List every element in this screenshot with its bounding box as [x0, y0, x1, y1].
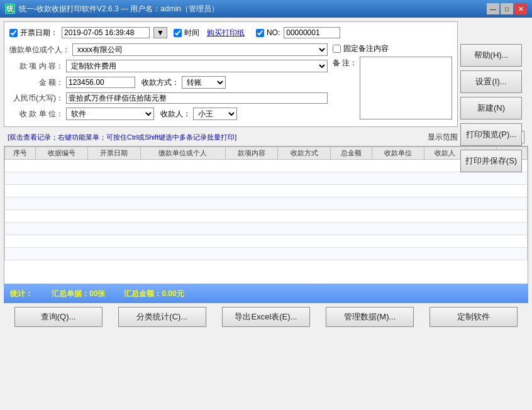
custom-software-button[interactable]: 定制软件	[429, 307, 518, 327]
chinese-amount-label: 人民币(大写)：	[9, 93, 66, 104]
receiver-select[interactable]: 小王	[193, 108, 237, 120]
main-content: 帮助(H)... 设置(I)... 新建(N) 打印预览(P)... 打印并保存…	[0, 18, 532, 410]
chinese-amount-input[interactable]	[66, 92, 328, 104]
app-icon: 统	[5, 4, 15, 14]
payer-select[interactable]: xxxx有限公司	[72, 43, 328, 56]
fixed-note-checkbox[interactable]	[333, 45, 341, 53]
no-checkbox-group[interactable]: NO:	[256, 28, 280, 37]
col-item: 款项内容	[225, 147, 277, 160]
range-label: 显示范围：	[428, 132, 465, 143]
note-row: 备 注：	[333, 57, 452, 119]
col-payer: 缴款单位或个人	[140, 147, 225, 160]
form-left: 缴款单位或个人： xxxx有限公司 款 项 内 容： 定制软件费用	[9, 43, 328, 124]
amount-label: 金 额：	[9, 77, 66, 88]
note-label: 备 注：	[333, 58, 357, 69]
time-checkbox-group[interactable]: 时间	[174, 28, 199, 38]
no-label: NO:	[267, 28, 280, 37]
info-bar: [双击查看记录；右键功能菜单；可按住Ctrl或Shift键选中多条记录批量打印]…	[4, 130, 528, 145]
table-wrapper: 序号 收据编号 开票日期 缴款单位或个人 款项内容 收款方式 总金额 收款单位 …	[4, 146, 528, 284]
empty-row-1	[5, 160, 528, 172]
close-button[interactable]: ✕	[514, 3, 527, 14]
item-row: 款 项 内 容： 定制软件费用	[9, 60, 328, 72]
classify-button[interactable]: 分类统计(C)...	[118, 307, 206, 327]
receiver-row: 收 款 单 位： 软件 收款人： 小王	[9, 108, 328, 120]
side-buttons-panel: 帮助(H)... 设置(I)... 新建(N) 打印预览(P)... 打印并保存…	[460, 44, 523, 172]
table-section: 序号 收据编号 开票日期 缴款单位或个人 款项内容 收款方式 总金额 收款单位 …	[4, 146, 528, 410]
empty-row-2	[5, 172, 528, 185]
payer-label: 缴款单位或个人：	[9, 45, 72, 55]
receiver-label: 收款人：	[160, 109, 191, 119]
window-title: 统一-收款收据打印软件V2.6.3 --- 用户名：admin（管理员）	[19, 4, 487, 14]
col-amount: 总金额	[330, 147, 372, 160]
no-checkbox[interactable]	[256, 29, 264, 37]
date-row: 开票日期： 2019-07-05 16:39:48 ▼ 时间 购买打印纸 NO:…	[9, 27, 452, 38]
hint-text: [双击查看记录；右键功能菜单；可按住Ctrl或Shift键选中多条记录批量打印]	[8, 133, 236, 142]
summary-label: 统计：	[10, 289, 33, 299]
table-body	[5, 160, 528, 260]
time-checkbox[interactable]	[174, 29, 182, 37]
receiver-unit-label: 收 款 单 位：	[9, 109, 66, 119]
open-date-checkbox-group[interactable]: 开票日期：	[9, 28, 58, 38]
content-layout: 帮助(H)... 设置(I)... 新建(N) 打印预览(P)... 打印并保存…	[4, 21, 528, 410]
fixed-note-row: 固定备注内容	[333, 43, 452, 54]
empty-row-6	[5, 223, 528, 235]
receiver-unit-select[interactable]: 软件	[66, 108, 154, 120]
open-date-checkbox[interactable]	[9, 29, 18, 37]
manage-data-button[interactable]: 管理数据(M)...	[326, 307, 414, 327]
summary-item1: 汇总单据：00张	[52, 289, 105, 299]
svg-text:统: 统	[6, 4, 14, 13]
empty-row-8	[5, 248, 528, 260]
query-button[interactable]: 查询(Q)...	[14, 307, 103, 327]
new-record-button[interactable]: 新建(N)	[460, 97, 522, 119]
summary-item2: 汇总金额：0.00元	[124, 289, 184, 299]
empty-row-5	[5, 210, 528, 223]
print-paper-link[interactable]: 购买打印纸	[207, 28, 245, 38]
dropdown-arrow[interactable]: ▼	[153, 27, 167, 38]
col-receiver: 收款人	[424, 147, 466, 160]
print-save-button[interactable]: 打印并保存(S)	[460, 150, 522, 172]
col-unit: 收款单位	[372, 147, 424, 160]
empty-row-3	[5, 185, 528, 197]
table-header: 序号 收据编号 开票日期 缴款单位或个人 款项内容 收款方式 总金额 收款单位 …	[5, 147, 528, 160]
form-right: 固定备注内容 备 注：	[333, 43, 452, 124]
chinese-amount-row: 人民币(大写)：	[9, 92, 328, 104]
open-date-label: 开票日期：	[20, 28, 58, 38]
fixed-note-label: 固定备注内容	[343, 43, 389, 54]
col-date: 开票日期	[88, 147, 140, 160]
date-input[interactable]: 2019-07-05 16:39:48	[62, 27, 150, 38]
col-seq: 序号	[5, 147, 36, 160]
maximize-button[interactable]: □	[501, 3, 513, 14]
payer-row: 缴款单位或个人： xxxx有限公司	[9, 43, 328, 56]
note-textarea[interactable]	[360, 57, 452, 119]
help-button[interactable]: 帮助(H)...	[460, 44, 522, 67]
time-label: 时间	[184, 28, 199, 38]
empty-row-7	[5, 235, 528, 248]
amount-row: 金 额： 收款方式： 转账 现金 支票 汇款	[9, 76, 328, 89]
bottom-buttons: 查询(Q)... 分类统计(C)... 导出Excel表(E)... 管理数据(…	[4, 303, 528, 331]
title-bar: 统 统一-收款收据打印软件V2.6.3 --- 用户名：admin（管理员） —…	[0, 0, 532, 18]
amount-input[interactable]	[66, 77, 135, 88]
col-receipt-no: 收据编号	[35, 147, 87, 160]
form-section: 开票日期： 2019-07-05 16:39:48 ▼ 时间 购买打印纸 NO:…	[4, 21, 458, 127]
no-input[interactable]: 00000001	[284, 27, 340, 38]
window-controls: — □ ✕	[487, 3, 527, 14]
print-preview-button[interactable]: 打印预览(P)...	[460, 123, 522, 146]
item-select[interactable]: 定制软件费用	[66, 60, 328, 72]
export-excel-button[interactable]: 导出Excel表(E)...	[222, 307, 310, 327]
minimize-button[interactable]: —	[487, 3, 499, 14]
pay-method-label: 收款方式：	[141, 77, 179, 88]
pay-method-select[interactable]: 转账 现金 支票 汇款	[182, 76, 226, 89]
records-table: 序号 收据编号 开票日期 缴款单位或个人 款项内容 收款方式 总金额 收款单位 …	[4, 147, 528, 260]
col-pay-method: 收款方式	[278, 147, 330, 160]
summary-bar: 统计： 汇总单据：00张 汇总金额：0.00元	[4, 284, 528, 303]
item-label: 款 项 内 容：	[9, 61, 66, 72]
settings-button[interactable]: 设置(I)...	[460, 70, 522, 93]
empty-row-4	[5, 197, 528, 210]
